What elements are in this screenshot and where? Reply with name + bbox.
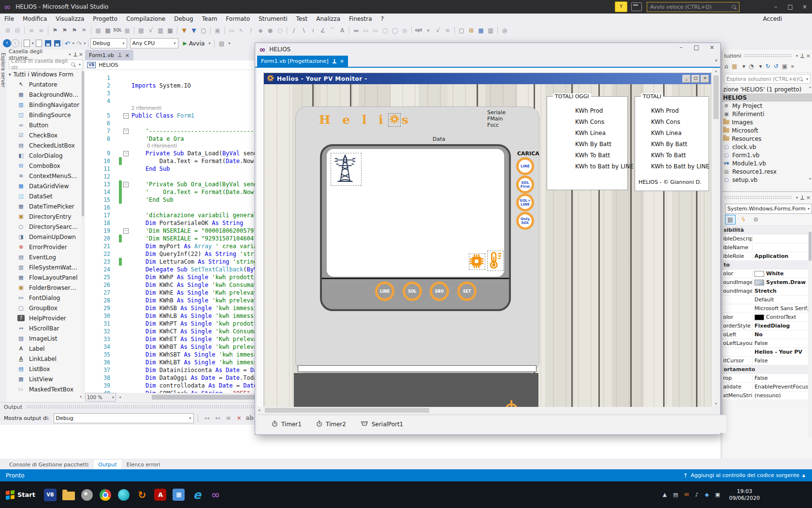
property-value[interactable]: Microsoft Sans Serif; [753,305,809,312]
toolbox-item-datagridview[interactable]: ▦DataGridView [7,181,85,191]
toolbox-item-imagelist[interactable]: ▨ImageList [7,333,85,344]
toolbox-item-bindingnavigator[interactable]: ▥BindingNavigator [7,100,85,110]
inverter-chip-icon[interactable] [469,254,485,270]
save-all-icon[interactable] [54,40,60,46]
solution-item-images[interactable]: Images [722,118,812,126]
toolbar-icon[interactable]: ▢ [380,26,390,35]
toolbox-item-linklabel[interactable]: ALinkLabel [7,354,85,364]
solution-toolbar-icon[interactable]: ↺ [774,63,779,70]
designer-surface[interactable]: Helios - Your PV Monitor - _ □ × [257,68,712,407]
toolbox-item-fontdialog[interactable]: A≡FontDialog [7,293,85,303]
toolbox-search-input[interactable]: Cerca in casella degli str ▾ [9,60,83,69]
designer-vscrollbar[interactable]: ▴▾ [712,68,720,407]
property-value[interactable]: FixedDialog [753,323,790,329]
panel-button-sbu[interactable]: SBU [430,282,449,301]
solution-item-setupvb[interactable]: ▢setup.vb [722,176,812,184]
toolbar-icon[interactable]: ▭ [227,26,236,35]
property-value[interactable]: EnablePreventFocus [753,384,808,390]
undo-icon[interactable]: ↶ [65,40,71,47]
toolbar-icon[interactable]: ⚑ [79,26,89,35]
editor-zoom-select[interactable]: 100 %▾ [85,393,116,402]
property-row[interactable]: ibleRoleApplication [722,252,812,261]
pin-icon[interactable] [800,54,804,59]
tab-list-icon[interactable]: ▾ [715,58,717,63]
close-icon[interactable]: × [806,53,811,59]
start-debug-button[interactable]: ▶ Avvia▾ [183,40,211,47]
source-control-action[interactable]: ↑ Aggiungi al controllo del codice sorge… [683,472,805,479]
menu-file[interactable]: File [0,15,18,22]
toolbar-icon[interactable]: ▦ [476,26,486,35]
taskbar-icon-ie[interactable]: e [188,485,206,505]
quicklaunch-filter-button[interactable]: Y [615,1,627,12]
property-value[interactable]: False [753,340,768,346]
property-row[interactable]: Default [722,296,812,304]
toolbox-item-backgroundwo[interactable]: ▦BackgroundWo… [7,90,85,100]
designer-window-titlebar[interactable]: ∞ HELIOS – □ × [255,43,720,56]
live-property-icon[interactable]: ▤ [217,39,226,48]
carica-button-line[interactable]: LINE [516,157,534,175]
toolbar-icon[interactable]: ≋ [443,26,452,35]
toolbox-item-eventlog[interactable]: ▤EventLog [7,252,85,262]
taskbar-icon-calc[interactable]: ▦ [170,485,188,505]
toolbox-item-filesystemwat[interactable]: ▥FileSystemWat… [7,262,85,272]
scroll-up-icon[interactable]: ▴ [809,85,811,89]
menu-compilazione[interactable]: Compilazione [122,15,170,22]
toolbar-icon[interactable]: ▼ [179,26,189,35]
close-button[interactable]: × [798,1,812,12]
form-close-button[interactable]: × [701,75,709,83]
solution-toolbar-icon[interactable]: ⌂ [725,63,728,70]
property-row[interactable]: olorControlText [722,313,812,322]
output-toolbar-icon[interactable]: ↤ [213,415,223,421]
feedback-icon[interactable] [631,2,642,11]
toolbox-item-checkbox[interactable]: ☑CheckBox [7,130,85,140]
pin-icon[interactable] [117,53,122,58]
taskbar-clock[interactable]: 19:03 09/06/2020 [729,488,760,502]
property-row[interactable]: oundImageSystem.Draw [722,278,812,287]
toolbar-icon[interactable]: opt [414,26,423,35]
toolbar-icon[interactable]: ▥ [156,26,165,35]
panel-button-line[interactable]: LINE [375,282,394,301]
server-explorer-tab[interactable]: Esplora server [0,50,7,104]
toolbox-item-listbox[interactable]: ▤ListBox [7,364,85,374]
property-value[interactable]: (nessuno) [753,392,781,399]
property-value[interactable]: System.Draw [753,279,806,285]
panel-menu-icon[interactable]: ▾ [796,54,798,58]
menu-modifica[interactable]: Modifica [18,15,51,22]
toolbox-item-puntatore[interactable]: ↖Puntatore [7,79,85,90]
menu-debug[interactable]: Debug [170,15,197,22]
solution-item-helios[interactable]: HELIOS [722,93,812,102]
designer-hscrollbar[interactable]: ◂ [257,407,712,414]
start-button[interactable]: Start [0,481,41,508]
solution-search-input[interactable]: Esplora soluzioni (CTRL+è) ▾ [724,74,811,84]
toolbar-icon[interactable]: ▬ [351,26,361,35]
thermometer-icon[interactable] [487,251,504,271]
property-row[interactable]: Helios - Your PV [722,348,812,357]
toolbox-item-directorysearc[interactable]: ○DirectorySearc… [7,222,85,232]
solution-toolbar-icon[interactable]: » [791,63,794,70]
toolbar-icon[interactable]: ⊟ [13,26,22,35]
output-source-select[interactable]: Debug▾ [54,413,194,423]
toolbar-icon[interactable]: ↖ [236,26,246,35]
quicklaunch-input[interactable]: Avvio veloce (CTRL+Q) [647,2,740,12]
property-row[interactable]: Microsoft Sans Serif; [722,304,812,313]
toolbar-icon[interactable]: ◆ [256,26,265,35]
taskbar-icon-vs[interactable]: ∞ [206,485,225,505]
property-value[interactable]: Default [753,297,774,303]
breadcrumb-project[interactable]: HELIOS [99,62,118,68]
property-pages-icon[interactable]: ⚙ [751,215,761,224]
panel-menu-icon[interactable]: ▾ [69,52,71,57]
menu-formato[interactable]: Formato [221,15,254,22]
toolbar-icon[interactable]: ⚑ [70,26,79,35]
property-value[interactable]: Application [753,253,788,259]
toolbar-icon[interactable]: ▭ [371,26,380,35]
toolbar-icon[interactable]: ▭ [361,26,371,35]
scroll-down-icon[interactable]: ▾ [809,177,811,181]
toolbox-item-flowlayoutpanel[interactable]: ▦FlowLayoutPanel [7,272,85,283]
property-row[interactable]: alidateEnablePreventFocus [722,383,812,391]
properties-object-select[interactable]: System.Windows.Forms.Form▾ [725,204,812,214]
toolbar-icon[interactable]: ▦ [165,26,175,35]
minimize-button[interactable]: – [676,44,686,51]
solution-item-zionehelios1progetto[interactable]: zione 'HELIOS' (1 progetto) [722,85,812,93]
property-row[interactable]: xtMenuStrip(nessuno) [722,391,812,400]
tray-component-timer1[interactable]: Timer1 [272,420,302,428]
